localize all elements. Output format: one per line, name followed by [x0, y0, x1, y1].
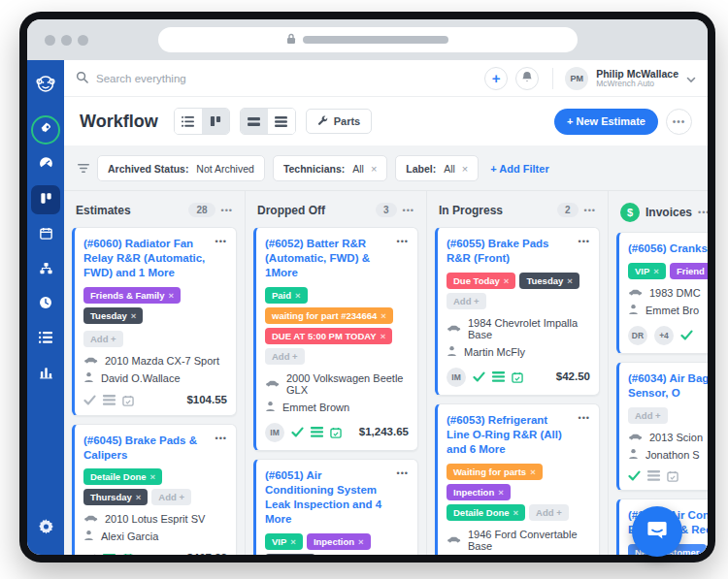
new-estimate-button[interactable]: + New Estimate: [554, 109, 658, 135]
tag-remove-icon[interactable]: ×: [381, 331, 386, 341]
tag-remove-icon[interactable]: ×: [358, 536, 364, 547]
label-tag[interactable]: Tuesday×: [83, 307, 143, 324]
tag-remove-icon[interactable]: ×: [513, 507, 519, 518]
sidebar-item-settings[interactable]: [31, 513, 60, 542]
label-tag[interactable]: VIP×: [265, 533, 303, 550]
label-tag[interactable]: Detaile Done×: [83, 468, 162, 485]
calendar-status-icon[interactable]: [122, 395, 134, 406]
window-maximize-button[interactable]: [78, 35, 88, 46]
sidebar-item-time-clock[interactable]: [31, 290, 60, 319]
column-menu-button[interactable]: •••: [403, 206, 414, 215]
tag-remove-icon[interactable]: ×: [504, 275, 510, 286]
tag-remove-icon[interactable]: ×: [498, 487, 504, 498]
job-card-title[interactable]: (#6034) Air Bag (Side Sensor, O: [628, 371, 708, 401]
label-tag[interactable]: Tuesday×: [519, 273, 579, 289]
column-menu-button[interactable]: •••: [221, 206, 233, 215]
job-card-menu-button[interactable]: •••: [215, 434, 227, 443]
calendar-status-icon[interactable]: [512, 371, 523, 383]
label-tag[interactable]: Waiting for parts×: [447, 464, 543, 480]
job-card[interactable]: (#6055) Brake Pads R&R (Front)•••Due Tod…: [435, 227, 600, 396]
sidebar-item-calendar[interactable]: [31, 220, 60, 249]
quick-add-button[interactable]: +: [484, 67, 508, 90]
label-tag[interactable]: Detaile Done×: [447, 504, 525, 521]
tag-remove-icon[interactable]: ×: [169, 290, 175, 301]
list-status-icon[interactable]: [311, 427, 323, 437]
parts-button[interactable]: Parts: [306, 109, 373, 134]
job-card-title[interactable]: (#6045) Brake Pads & Calipers: [83, 434, 210, 463]
sidebar-item-dashboard[interactable]: [31, 150, 60, 179]
add-tag-button[interactable]: Add +: [447, 293, 486, 309]
label-tag[interactable]: Inpection×: [307, 533, 371, 550]
filter-chip[interactable]: Label: All×: [395, 155, 479, 181]
label-tag[interactable]: Paid×: [265, 287, 308, 304]
check-status-icon[interactable]: [628, 470, 641, 481]
label-tag[interactable]: DUE AT 5:00 PM TODAY×: [265, 328, 392, 344]
user-avatar[interactable]: PM: [565, 67, 588, 90]
job-card-title[interactable]: (#6060) Radiator Fan Relay R&R (Automati…: [83, 237, 210, 280]
tag-remove-icon[interactable]: ×: [136, 492, 142, 502]
job-card-menu-button[interactable]: •••: [215, 237, 227, 246]
user-menu[interactable]: Philip McWallace McWrench Auto: [596, 68, 678, 89]
job-card-title[interactable]: (#6053) Refrigerant Line O-Ring R&R (All…: [447, 413, 573, 457]
window-controls[interactable]: [45, 35, 88, 46]
list-status-icon[interactable]: [103, 554, 116, 555]
sidebar-item-connections[interactable]: [31, 255, 60, 284]
job-card-menu-button[interactable]: •••: [579, 413, 590, 423]
tag-remove-icon[interactable]: ×: [381, 310, 386, 321]
check-status-icon[interactable]: [83, 395, 96, 405]
calendar-status-icon[interactable]: [667, 470, 678, 482]
label-tag[interactable]: waiting for part #234664×: [265, 307, 393, 324]
workflow-menu-button[interactable]: •••: [666, 109, 692, 135]
chevron-down-icon[interactable]: [686, 70, 696, 87]
tag-remove-icon[interactable]: ×: [295, 290, 301, 301]
calendar-status-icon[interactable]: [330, 427, 342, 438]
tag-remove-icon[interactable]: ×: [131, 310, 137, 321]
job-card-title[interactable]: (#6051) Air Conditioning System Leak Ins…: [265, 468, 391, 527]
label-tag[interactable]: VIP×: [628, 263, 666, 279]
comfortable-density-button[interactable]: [241, 109, 268, 134]
label-tag[interactable]: Friday×: [265, 554, 315, 555]
job-card[interactable]: (#6060) Radiator Fan Relay R&R (Automati…: [72, 227, 237, 416]
calendar-status-icon[interactable]: [122, 553, 134, 555]
job-card[interactable]: (#6052) Batter R&R (Automatic, FWD) & 1M…: [253, 227, 418, 451]
add-filter-button[interactable]: + Add Filter: [490, 163, 548, 175]
job-card[interactable]: (#6045) Brake Pads & Calipers•••Detaile …: [72, 424, 237, 555]
list-view-button[interactable]: [175, 109, 202, 134]
add-tag-button[interactable]: Add +: [83, 331, 123, 347]
filter-chip[interactable]: Archived Status: Not Archived: [97, 155, 265, 181]
search-input[interactable]: Search everything: [76, 71, 477, 85]
tag-remove-icon[interactable]: ×: [530, 466, 536, 477]
tag-remove-icon[interactable]: ×: [653, 266, 659, 276]
tag-remove-icon[interactable]: ×: [290, 536, 296, 547]
sidebar-item-lists[interactable]: [31, 325, 60, 354]
label-tag[interactable]: Friend: [670, 263, 708, 279]
job-card-title[interactable]: (#6052) Batter R&R (Automatic, FWD) & 1M…: [265, 237, 391, 280]
job-card-title[interactable]: (#6055) Brake Pads R&R (Front): [447, 237, 573, 266]
check-status-icon[interactable]: [680, 330, 693, 340]
add-tag-button[interactable]: Add +: [628, 407, 668, 424]
chat-launcher-button[interactable]: [632, 506, 682, 557]
list-status-icon[interactable]: [103, 395, 116, 405]
sidebar-item-workflow[interactable]: [31, 185, 60, 214]
notifications-button[interactable]: [515, 67, 539, 90]
job-card-menu-button[interactable]: •••: [397, 237, 409, 246]
filter-remove-icon[interactable]: ×: [371, 163, 377, 175]
column-menu-button[interactable]: •••: [584, 206, 596, 215]
check-status-icon[interactable]: [83, 554, 96, 555]
job-card-menu-button[interactable]: •••: [397, 468, 409, 478]
window-minimize-button[interactable]: [61, 35, 72, 46]
tag-remove-icon[interactable]: ×: [150, 471, 156, 482]
tag-remove-icon[interactable]: ×: [567, 275, 573, 286]
filter-remove-icon[interactable]: ×: [462, 163, 468, 175]
label-tag[interactable]: Inpection×: [447, 484, 511, 500]
label-tag[interactable]: Friends & Family×: [83, 287, 181, 304]
window-close-button[interactable]: [45, 35, 55, 46]
filter-chip[interactable]: Technicians: All×: [273, 155, 387, 181]
check-status-icon[interactable]: [473, 371, 485, 382]
job-card[interactable]: (#6056) Cranks•••VIP×Friend1983 DMCEmmet…: [616, 232, 708, 354]
add-tag-button[interactable]: Add +: [529, 504, 569, 521]
label-tag[interactable]: Due Today×: [447, 273, 515, 289]
shopmonkey-logo-icon[interactable]: [34, 72, 57, 99]
list-status-icon[interactable]: [492, 371, 505, 382]
check-status-icon[interactable]: [291, 427, 304, 437]
